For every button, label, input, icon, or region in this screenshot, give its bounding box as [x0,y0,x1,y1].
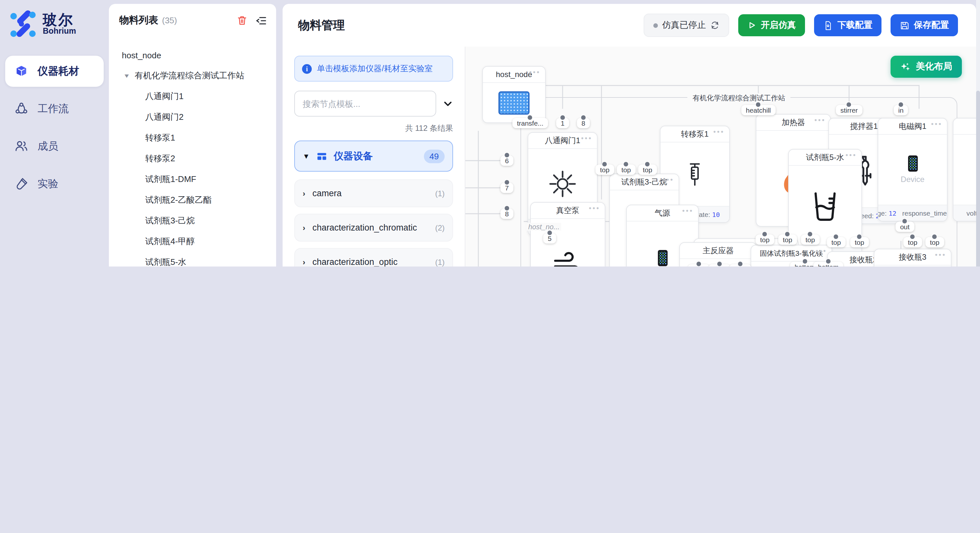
port-pill[interactable]: top [617,165,635,175]
tree-item[interactable]: 转移泵2 [109,148,276,169]
wind-icon [551,247,585,266]
valve-icon [548,169,578,199]
port-pill[interactable]: 7 [500,182,513,193]
port-pill[interactable]: transfe... [512,118,548,128]
port-pill[interactable]: bind [688,264,710,266]
category-list: ›camera(1) ›characterization_chromatic(2… [294,179,453,266]
page-scrollbar[interactable] [976,0,980,266]
edge-label: host_no... [526,223,562,230]
node-host[interactable]: host_node••• [482,66,546,123]
tree-group[interactable]: ▼ 有机化学流程综合测试工作站 [109,65,276,86]
materials-title: 物料列表 [119,14,158,27]
node-menu-icon[interactable]: ••• [663,176,674,183]
node-menu-icon[interactable]: ••• [682,206,694,214]
tree-item-host-node[interactable]: host_node [109,45,276,65]
port-pill[interactable]: 6 [500,155,513,166]
trash-icon[interactable] [237,15,248,26]
device-phone-icon [657,250,667,266]
page-title: 物料管理 [298,17,643,33]
beautify-layout-button[interactable]: 美化布局 [891,56,962,78]
simulation-status-badge[interactable]: 仿真已停止 [643,14,729,37]
refresh-icon[interactable] [710,21,719,30]
device-phone-icon [908,155,918,171]
category-camera[interactable]: ›camera(1) [294,179,453,207]
template-hint-banner: i 单击模板添加仪器/耗材至实验室 [294,56,453,82]
sidebar-item-experiments[interactable]: 实验 [5,168,104,200]
chevron-right-icon: › [303,189,305,198]
tree-item[interactable]: 试剂瓶4-甲醇 [109,231,276,252]
tree-item[interactable]: 八通阀门2 [109,107,276,128]
port-pill[interactable]: top [850,237,869,247]
port-pill[interactable]: 1 [556,118,569,128]
search-input[interactable] [294,90,436,117]
sidebar-item-workflow[interactable]: 工作流 [5,93,104,124]
port-pill[interactable]: heatchill [741,105,775,115]
port-pill[interactable]: bind [729,264,751,266]
port-pill[interactable]: top [801,235,819,245]
template-panel: i 单击模板添加仪器/耗材至实验室 共 112 条结果 ▼ 仪器设备 49 ›c… [283,47,465,266]
category-group-instruments[interactable]: ▼ 仪器设备 49 [294,141,453,171]
category-characterization-chromatic[interactable]: ›characterization_chromatic(2) [294,214,453,241]
workflow-icon [14,102,29,116]
node-menu-icon[interactable]: ••• [713,128,725,135]
tree-item[interactable]: 试剂瓶2-乙酸乙酯 [109,190,276,211]
tree-item[interactable]: 转移泵1 [109,128,276,148]
node-solenoid-valve2[interactable]: voltage: 12 [953,118,976,222]
port-pill[interactable]: in [894,105,908,115]
chevron-right-icon: › [303,223,305,232]
category-characterization-optic[interactable]: ›characterization_optic(1) [294,248,453,266]
workstation-label: 有机化学流程综合测试工作站 [687,93,791,103]
port-pill[interactable]: top [756,235,774,245]
port-pill[interactable]: out [896,222,914,232]
node-menu-icon[interactable]: ••• [581,134,592,142]
node-menu-icon[interactable]: ••• [815,116,826,124]
results-count: 共 112 条结果 [294,123,453,134]
sidebar-item-members[interactable]: 成员 [5,131,104,162]
port-pill[interactable]: 8 [577,118,590,128]
port-pill[interactable]: stirrer [836,105,862,115]
sidebar-item-instruments[interactable]: 仪器耗材 [5,56,104,87]
chevron-down-icon[interactable] [443,98,453,109]
port-pill[interactable]: top [595,165,614,175]
port-pill[interactable]: top [638,165,657,175]
node-vacuum-pump[interactable]: 真空泵••• pump_rate: 50max_vacuum: 0.1 [530,202,605,266]
scrollbar-thumb[interactable] [976,90,980,266]
node-menu-icon[interactable]: ••• [931,120,942,128]
sparkles-icon [900,62,911,72]
microplate-icon [498,91,530,114]
port-pill[interactable]: top [827,237,845,247]
cube-icon [14,64,29,78]
chevron-down-icon: ▼ [303,152,310,160]
start-simulation-button[interactable]: 开启仿真 [738,14,805,36]
port-pill[interactable]: top [903,237,922,247]
graph-canvas[interactable]: 有机化学流程综合测试工作站 host_node••• 八通阀门1••• posi… [465,47,976,266]
node-menu-icon[interactable]: ••• [589,204,600,212]
save-config-button[interactable]: 保存配置 [891,14,958,36]
port-pill[interactable]: 8 [500,209,513,219]
status-dot-icon [653,23,657,27]
port-pill[interactable]: bind [708,264,730,266]
node-menu-icon[interactable]: ••• [529,68,541,76]
collapse-panel-icon[interactable] [255,14,267,26]
node-menu-icon[interactable]: ••• [845,151,857,159]
bohrium-logo-icon [9,10,36,38]
chevron-down-icon[interactable]: ▼ [123,73,130,79]
sidebar-item-label: 仪器耗材 [38,65,79,78]
port-pill[interactable]: bottom [813,262,843,266]
node-menu-icon[interactable]: ••• [816,247,827,254]
node-menu-icon[interactable]: ••• [935,251,946,259]
syringe-icon [682,161,708,187]
tree-item[interactable]: 试剂瓶5-水 [109,252,276,266]
port-pill[interactable]: 5 [543,233,556,244]
port-pill[interactable]: top [925,237,944,247]
play-icon [747,21,756,30]
node-receiver-bottle3[interactable]: 接收瓶3••• max_volume: 250 [874,249,951,266]
tree-item[interactable]: 试剂瓶1-DMF [109,169,276,190]
node-solenoid-valve1[interactable]: 电磁阀1••• Device voltage: 12response_time:… [878,118,948,222]
tree-item[interactable]: 八通阀门1 [109,86,276,107]
tree-item[interactable]: 试剂瓶3-己烷 [109,211,276,231]
port-pill[interactable]: top [778,235,797,245]
sidebar: 玻尔 Bohrium 仪器耗材 工作流 成员 实验 [0,0,109,266]
members-icon [14,139,29,154]
download-config-button[interactable]: 下载配置 [814,14,881,36]
